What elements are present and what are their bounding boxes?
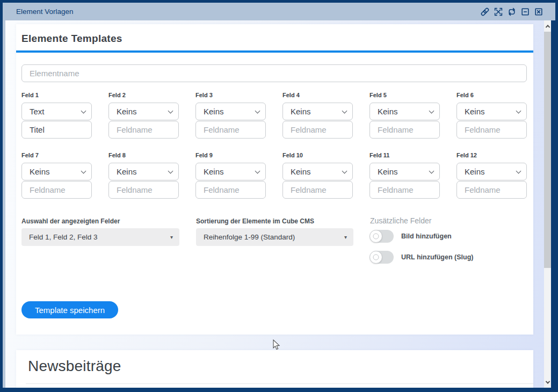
- field-type-select[interactable]: Keins: [195, 163, 266, 180]
- heading-accent-rule: [16, 50, 533, 53]
- field-name-input[interactable]: [456, 181, 527, 199]
- window-controls: [480, 7, 555, 17]
- field-type-select-wrap: Keins: [108, 103, 179, 120]
- field-type-select-wrap: Keins: [456, 163, 527, 180]
- field-label: Feld 6: [456, 92, 527, 99]
- scroll-down-button[interactable]: [544, 376, 551, 388]
- toggle-knob: [369, 251, 382, 264]
- field-name-input[interactable]: [195, 121, 266, 139]
- field-type-select[interactable]: Keins: [108, 103, 179, 120]
- field-type-select-wrap: Keins: [456, 103, 527, 120]
- field-type-select[interactable]: Keins: [369, 163, 440, 180]
- field-type-select-wrap: Keins: [21, 163, 92, 180]
- field-label: Feld 11: [369, 152, 440, 159]
- field-label: Feld 2: [108, 92, 179, 99]
- field-cell: Feld 2 Keins: [108, 92, 179, 139]
- field-name-input[interactable]: [21, 121, 92, 139]
- sorting-label: Sortierung der Elemente im Cube CMS: [196, 217, 314, 225]
- scrollbar-thumb[interactable]: [544, 32, 551, 268]
- field-type-select[interactable]: Keins: [456, 103, 527, 120]
- field-label: Feld 4: [282, 92, 353, 99]
- field-name-input[interactable]: [21, 181, 92, 199]
- close-icon[interactable]: [534, 7, 543, 17]
- field-type-select-wrap: Keins: [282, 103, 353, 120]
- repeat-icon[interactable]: [507, 7, 517, 17]
- window-titlebar: Element Vorlagen: [3, 3, 555, 20]
- field-name-input[interactable]: [108, 121, 179, 139]
- image-toggle-label: Bild hinzufügen: [401, 233, 452, 240]
- field-type-select[interactable]: Keins: [369, 103, 440, 120]
- field-label: Feld 3: [195, 92, 266, 99]
- field-type-select-wrap: Keins: [195, 163, 266, 180]
- field-label: Feld 9: [195, 152, 266, 159]
- field-type-select-wrap: Keins: [108, 163, 179, 180]
- field-label: Feld 7: [21, 152, 92, 159]
- field-cell: Feld 8 Keins: [108, 152, 179, 199]
- display-fields-value: Feld 1, Feld 2, Feld 3: [29, 233, 98, 241]
- field-cell: Feld 3 Keins: [195, 92, 266, 139]
- field-type-select-wrap: Keins: [282, 163, 353, 180]
- url-toggle-label: URL hinzufügen (Slug): [401, 253, 473, 261]
- display-fields-label: Auswahl der angezeigten Felder: [21, 217, 120, 225]
- minimize-icon[interactable]: [520, 7, 530, 17]
- field-name-input[interactable]: [369, 121, 440, 139]
- field-cell: Feld 12 Keins: [456, 152, 527, 199]
- dialog-content: Elemente Templates Feld 1 Text: [5, 20, 544, 388]
- field-label: Feld 8: [108, 152, 179, 159]
- toggle-row-image: Bild hinzufügen: [370, 230, 452, 243]
- field-name-input[interactable]: [282, 121, 353, 139]
- field-cell: Feld 6 Keins: [456, 92, 527, 139]
- field-cell: Feld 5 Keins: [369, 92, 440, 139]
- chevron-down-icon: [545, 379, 549, 383]
- field-type-select[interactable]: Keins: [456, 163, 527, 180]
- chevron-up-icon: [545, 25, 549, 29]
- display-fields-select[interactable]: Feld 1, Feld 2, Feld 3 ▾: [21, 228, 179, 246]
- field-type-select-wrap: Text: [21, 103, 92, 120]
- field-cell: Feld 9 Keins: [195, 152, 266, 199]
- field-type-select[interactable]: Keins: [21, 163, 92, 180]
- news-heading: Newsbeiträge: [28, 358, 121, 375]
- toggle-row-url: URL hinzufügen (Slug): [370, 251, 473, 264]
- window-title: Element Vorlagen: [3, 8, 74, 16]
- save-template-button[interactable]: Template speichern: [21, 301, 118, 318]
- field-label: Feld 12: [456, 152, 527, 159]
- form-heading: Elemente Templates: [21, 33, 122, 45]
- field-type-select[interactable]: Keins: [195, 103, 266, 120]
- image-toggle[interactable]: [370, 230, 394, 243]
- field-name-input[interactable]: [456, 121, 527, 139]
- field-name-input[interactable]: [195, 181, 266, 199]
- field-name-input[interactable]: [282, 181, 353, 199]
- field-type-select-wrap: Keins: [369, 103, 440, 120]
- templates-form-card: Elemente Templates Feld 1 Text: [16, 24, 533, 335]
- expand-icon[interactable]: [494, 7, 503, 17]
- additional-fields-label: Zusätzliche Felder: [370, 216, 431, 225]
- field-type-select[interactable]: Keins: [282, 103, 353, 120]
- field-cell: Feld 7 Keins: [21, 152, 92, 199]
- field-name-input[interactable]: [369, 181, 440, 199]
- field-cell: Feld 1 Text: [21, 92, 92, 139]
- fields-grid: Feld 1 Text Feld 2 Keins: [21, 92, 527, 199]
- field-label: Feld 10: [282, 152, 353, 159]
- field-type-select[interactable]: Keins: [282, 163, 353, 180]
- field-cell: Feld 10 Keins: [282, 152, 353, 199]
- field-type-select[interactable]: Keins: [108, 163, 179, 180]
- sorting-select[interactable]: Reihenfolge 1-99 (Standard) ▾: [196, 228, 353, 246]
- field-label: Feld 5: [369, 92, 440, 99]
- field-type-select[interactable]: Text: [21, 103, 92, 120]
- field-type-select-wrap: Keins: [195, 103, 266, 120]
- caret-down-icon: ▾: [170, 234, 173, 240]
- field-cell: Feld 4 Keins: [282, 92, 353, 139]
- url-toggle[interactable]: [370, 251, 394, 264]
- elementname-input[interactable]: [21, 64, 527, 82]
- link-icon[interactable]: [480, 7, 490, 17]
- field-label: Feld 1: [21, 92, 92, 99]
- toggle-knob: [369, 230, 382, 243]
- vertical-scrollbar[interactable]: [544, 20, 551, 388]
- news-divider: [26, 383, 533, 384]
- caret-down-icon: ▾: [344, 234, 347, 240]
- scroll-up-button[interactable]: [544, 20, 551, 32]
- sorting-value: Reihenfolge 1-99 (Standard): [204, 233, 295, 241]
- field-cell: Feld 11 Keins: [369, 152, 440, 199]
- field-name-input[interactable]: [108, 181, 179, 199]
- news-section-card: Newsbeiträge: [16, 350, 533, 388]
